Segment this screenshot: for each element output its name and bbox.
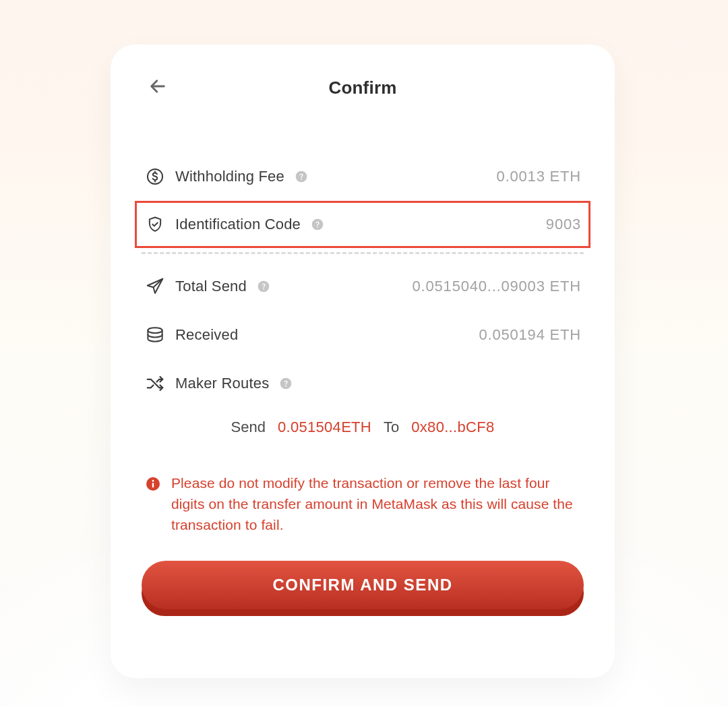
row-withholding-fee: Withholding Fee 0.0013 ETH [142, 152, 584, 201]
help-icon[interactable] [310, 217, 325, 232]
maker-routes-label: Maker Routes [175, 375, 269, 392]
svg-point-10 [152, 480, 154, 482]
warning-text: Please do not modify the transaction or … [171, 472, 581, 535]
card-header: Confirm [142, 73, 584, 102]
info-circle-icon [144, 475, 162, 493]
total-send-label: Total Send [175, 278, 247, 295]
received-label: Received [175, 326, 238, 344]
coins-stack-icon [144, 324, 166, 346]
svg-point-7 [148, 328, 162, 333]
identification-code-value: 9003 [546, 216, 581, 233]
confirm-and-send-button[interactable]: CONFIRM AND SEND [142, 561, 584, 609]
shuffle-icon [144, 373, 166, 394]
help-icon[interactable] [278, 376, 293, 391]
row-received: Received 0.050194 ETH [142, 311, 584, 359]
row-maker-routes: Maker Routes [142, 359, 584, 408]
received-value: 0.050194 ETH [479, 326, 581, 344]
route-send-label: Send [231, 419, 266, 436]
shield-check-icon [144, 214, 166, 235]
maker-route-details: Send 0.051504ETH To 0x80...bCF8 [142, 419, 584, 436]
help-icon[interactable] [294, 169, 309, 184]
page-title: Confirm [328, 78, 396, 98]
route-to-label: To [384, 419, 399, 436]
back-button[interactable] [146, 74, 170, 98]
detail-rows: Withholding Fee 0.0013 ETH Identificatio… [142, 152, 584, 436]
confirm-card: Confirm Withholding Fee 0.0013 ETH [111, 44, 615, 678]
back-arrow-icon [148, 77, 167, 96]
dollar-circle-icon [144, 166, 166, 187]
route-send-value: 0.051504ETH [278, 419, 371, 436]
cta-wrap: CONFIRM AND SEND [142, 561, 584, 613]
row-identification-code: Identification Code 9003 [142, 201, 584, 248]
route-to-address: 0x80...bCF8 [411, 419, 494, 436]
help-icon[interactable] [256, 279, 271, 294]
withholding-fee-value: 0.0013 ETH [497, 168, 581, 185]
warning-banner: Please do not modify the transaction or … [142, 472, 584, 535]
paper-plane-icon [144, 276, 166, 297]
withholding-fee-label: Withholding Fee [175, 168, 284, 185]
svg-rect-11 [152, 483, 154, 487]
total-send-value: 0.0515040...09003 ETH [413, 278, 581, 295]
row-total-send: Total Send 0.0515040...09003 ETH [142, 262, 584, 311]
divider [142, 252, 584, 254]
identification-code-label: Identification Code [175, 216, 301, 233]
